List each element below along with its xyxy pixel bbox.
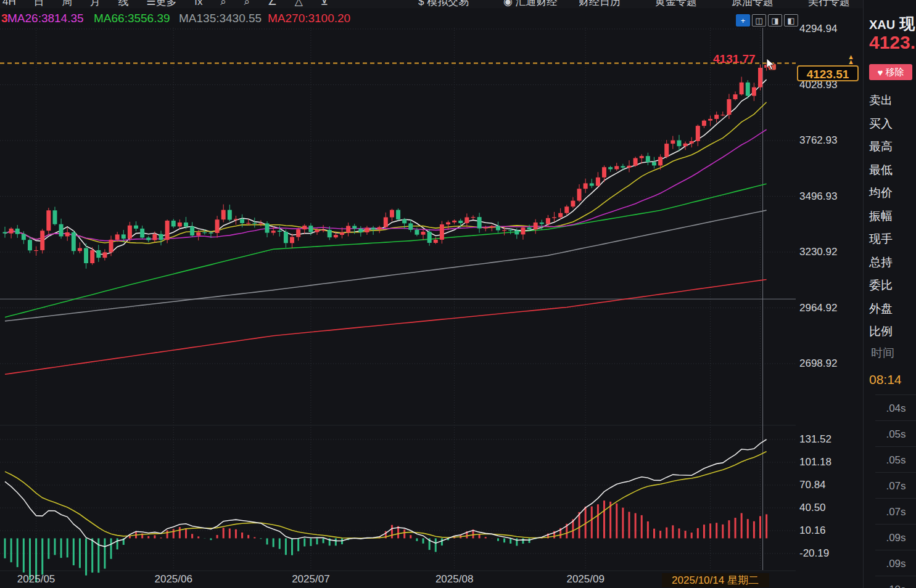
candle-body <box>371 228 376 230</box>
candle-body <box>458 221 463 223</box>
candle-body <box>246 223 250 224</box>
menu-item-fx678[interactable]: ◉ 汇通财经 <box>503 0 558 8</box>
candle-body <box>670 141 675 144</box>
candle-body <box>240 219 244 223</box>
candle-body <box>577 189 582 200</box>
candle-body <box>708 119 712 121</box>
macd-dea-line <box>5 452 767 539</box>
crosshair-date-label: 2025/10/14 星期二 <box>662 573 769 587</box>
remove-favorite-button[interactable]: ♥ 移除 <box>869 64 912 80</box>
candle-body <box>552 217 556 218</box>
chart-canvas[interactable] <box>0 28 796 588</box>
candle-body <box>702 121 706 126</box>
candle-body <box>427 232 432 243</box>
candle-body <box>52 210 57 224</box>
candle-body <box>640 156 644 158</box>
candle-body <box>521 227 525 234</box>
candle-body <box>358 229 363 232</box>
current-price-box[interactable]: 4123.51 <box>797 65 859 81</box>
candle-body <box>546 218 550 224</box>
candle-body <box>109 240 113 252</box>
candle-body <box>234 219 238 219</box>
candle-body <box>102 252 107 258</box>
heart-icon: ♥ <box>878 67 883 78</box>
candle-body <box>152 234 157 240</box>
candle-body <box>714 115 719 119</box>
trading-app: { "toolbar": { "icon_strip": "4H 日 周 月 线… <box>0 0 916 588</box>
quote-field-label: 比例 <box>869 324 893 340</box>
candle-body <box>558 213 563 218</box>
price-up-arrow-icon: ▲▲ <box>848 54 854 64</box>
candle-body <box>390 210 394 218</box>
quote-field-label: 买入 <box>869 116 893 132</box>
candle-body <box>165 221 170 240</box>
toolbar-icon-strip[interactable]: 4H 日 周 月 线 ☰更多 fx ⌕ ⌕ ∠ △ ⊻ <box>2 0 328 8</box>
candle-body <box>514 231 519 234</box>
candle-body <box>171 221 176 227</box>
candle-body <box>334 235 338 237</box>
scale-reset-button[interactable]: ◧ <box>784 14 798 27</box>
quote-field-label: 外盘 <box>869 301 893 317</box>
quote-field-label: 最高 <box>869 139 893 155</box>
candle-body <box>502 230 506 231</box>
month-tick-label: 2025/09 <box>559 573 611 586</box>
pan-crosshair-button[interactable]: + <box>736 14 750 27</box>
candle-body <box>278 231 282 232</box>
candle-body <box>340 232 344 235</box>
candle-body <box>215 219 220 233</box>
menu-item-simulated-trading[interactable]: $ 模拟交易 <box>418 0 469 8</box>
candle-body <box>477 217 482 228</box>
macd-tick-label: 40.50 <box>799 502 826 514</box>
latency-row: .07s <box>875 498 916 524</box>
candle-body <box>59 224 64 237</box>
top-toolbar[interactable]: 4H 日 周 月 线 ☰更多 fx ⌕ ⌕ ∠ △ ⊻ $ 模拟交易 ◉ 汇通财… <box>0 0 916 8</box>
candle-body <box>328 230 332 237</box>
menu-item-gold-topic[interactable]: 黄金专题 <box>655 0 697 8</box>
remove-label: 移除 <box>885 67 904 78</box>
candle-body <box>202 232 207 233</box>
scale-right-button[interactable]: ◨ <box>768 14 782 27</box>
menu-item-fed-topic[interactable]: 美行专题 <box>808 0 850 8</box>
ma66-legend: MA66:3556.39 <box>94 12 170 25</box>
ma-line-ma270 <box>5 280 767 375</box>
candle-body <box>571 201 575 207</box>
chart-controls: + ◫ ◨ ◧ <box>736 14 798 27</box>
latency-row: .09s <box>875 524 916 550</box>
candlestick-series <box>3 63 769 269</box>
candle-body <box>496 226 500 231</box>
candle-body <box>315 230 320 232</box>
candle-body <box>720 115 725 115</box>
candle-body <box>352 226 357 228</box>
month-tick-label: 2025/06 <box>147 573 199 586</box>
candle-body <box>271 231 276 232</box>
candle-body <box>415 230 419 235</box>
candle-body <box>440 224 444 240</box>
candle-body <box>9 229 14 234</box>
candle-body <box>534 223 538 229</box>
quote-field-label: 振幅 <box>869 208 893 224</box>
menu-item-calendar[interactable]: 财经日历 <box>579 0 621 8</box>
menu-item-oil-topic[interactable]: 原油专题 <box>732 0 774 8</box>
candle-body <box>540 223 544 224</box>
candle-body <box>621 166 625 167</box>
session-high-label: 4131.77 <box>713 52 756 66</box>
month-tick-label: 2025/05 <box>10 573 62 586</box>
scale-left-button[interactable]: ◫ <box>752 14 766 27</box>
candle-body <box>484 227 488 228</box>
candle-body <box>346 226 350 232</box>
candle-body <box>308 226 313 232</box>
candle-body <box>658 157 662 166</box>
candle-body <box>378 227 382 229</box>
candle-body <box>15 229 20 234</box>
candle-body <box>122 234 126 239</box>
candle-body <box>402 219 406 223</box>
latency-row: .05s <box>875 446 916 472</box>
candle-body <box>527 227 532 229</box>
month-tick-label: 2025/07 <box>285 573 337 586</box>
candle-body <box>452 221 456 223</box>
macd-tick-label: 101.18 <box>799 456 831 468</box>
candle-body <box>490 226 494 227</box>
candle-body <box>408 223 413 230</box>
time-field-label: 时间 <box>871 345 894 361</box>
symbol-code: XAU <box>869 18 895 31</box>
